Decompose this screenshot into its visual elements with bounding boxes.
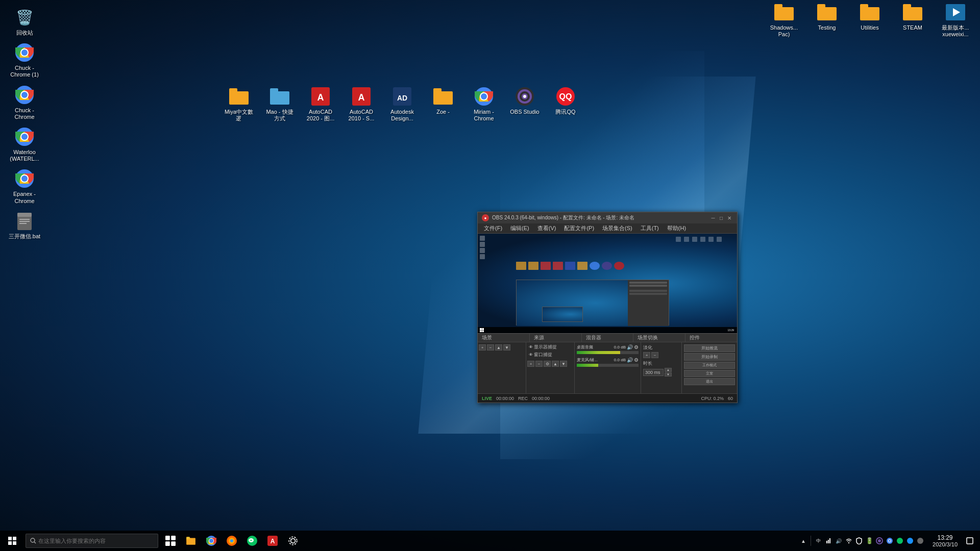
obs-controls-panel-label: 控件 <box>690 334 700 341</box>
tray-icon-6[interactable] <box>886 537 894 545</box>
desktop-icon-miriam-chrome[interactable]: Miriam -Chrome <box>464 84 503 124</box>
obs-scene-add-btn[interactable]: + <box>479 344 486 350</box>
obs-menu-view[interactable]: 查看(V) <box>533 223 560 233</box>
windows-icon-q2 <box>13 537 16 540</box>
taskbar-file-explorer[interactable] <box>181 531 201 551</box>
desktop-icon-waterloo[interactable]: Waterloo(WATERL... <box>5 124 44 164</box>
waterloo-label: Waterloo(WATERL... <box>10 149 39 162</box>
obs-source-window[interactable]: 👁 窗口捕捉 <box>527 351 573 359</box>
desktop-icon-autocad2010[interactable]: A AutoCAD2010 - S... <box>342 84 381 124</box>
obs-scene-panel: + − ▲ ▼ <box>478 342 526 393</box>
obs-inner-slider3 <box>629 290 667 292</box>
system-clock[interactable]: 13:29 2020/3/10 <box>928 531 962 551</box>
obs-close-button[interactable]: ✕ <box>726 214 733 221</box>
obs-minimize-button[interactable]: ─ <box>709 214 717 221</box>
tray-icon-1[interactable] <box>824 537 832 545</box>
obs-source-remove-btn[interactable]: − <box>535 361 543 367</box>
notification-button[interactable] <box>962 531 978 551</box>
taskbar-chrome[interactable] <box>201 531 222 551</box>
desktop-icon-recycle-bin[interactable]: 🗑️ 回收站 <box>5 5 44 38</box>
obs-maximize-button[interactable]: □ <box>718 214 725 221</box>
tray-icon-2[interactable] <box>845 537 853 545</box>
windows-icon-q4 <box>13 541 16 545</box>
tray-volume[interactable]: 🔊 <box>835 537 843 545</box>
obs-mini-icon-2 <box>480 242 485 247</box>
obs-mixer-desktop-mute[interactable]: 🔊 <box>627 344 633 350</box>
obs-menu-scenes[interactable]: 场景集合(S) <box>598 223 636 233</box>
taskbar-search-input[interactable] <box>38 538 140 544</box>
obs-source-display[interactable]: 👁 显示器捕捉 <box>527 343 573 351</box>
tray-icon-8[interactable] <box>906 537 914 545</box>
desktop-icon-miya[interactable]: Miya中文數逻 <box>219 84 258 124</box>
obs-source-add-btn[interactable]: + <box>527 361 534 367</box>
tray-icon-9[interactable] <box>916 537 924 545</box>
obs-scene-down-btn[interactable]: ▼ <box>503 344 510 350</box>
obs-scene-remove-btn[interactable]: − <box>487 344 494 350</box>
desktop-icon-steam[interactable]: STEAM <box>893 0 932 33</box>
obs-mixer-desktop-gear[interactable]: ⚙ <box>634 344 639 350</box>
obs-mixer-mic-value: 0.0 dB <box>614 358 626 362</box>
desktop-icon-chrome-chuck1[interactable]: Chuck -Chrome (1) <box>5 40 44 80</box>
taskbar-settings[interactable] <box>283 531 303 551</box>
obs-studio-btn[interactable]: 立室 <box>684 370 735 377</box>
obs-scene-up-btn[interactable]: ▲ <box>495 344 502 350</box>
taskbar-wechat[interactable] <box>242 531 262 551</box>
obs-mixer-mic-gear[interactable]: ⚙ <box>634 357 639 363</box>
tray-up-arrow[interactable]: ▲ <box>799 537 807 545</box>
obs-source-gear-btn[interactable]: ⚙ <box>544 361 551 367</box>
desktop-icon-testing[interactable]: Testing <box>807 0 846 33</box>
obs-transition-add-btn[interactable]: + <box>643 352 650 358</box>
tray-icon-5[interactable] <box>875 537 884 545</box>
obs-panels-header: 场景 来源 混音器 场景切换 控件 <box>478 333 737 342</box>
desktop-icon-new-video[interactable]: 最新版本...xueweixi... <box>936 0 975 40</box>
desktop-icon-utilities[interactable]: Utilities <box>850 0 889 33</box>
obs-menu-tools[interactable]: 工具(T) <box>636 223 663 233</box>
taskbar-firefox[interactable] <box>222 531 242 551</box>
obs-transition-down-btn[interactable]: ▼ <box>665 372 672 377</box>
desktop-icon-autocad2020[interactable]: A AutoCAD2020 - 图... <box>301 84 340 124</box>
desktop-icon-obs-studio[interactable]: OBS Studio <box>505 84 544 124</box>
taskbar-autocad[interactable]: A <box>262 531 283 551</box>
obs-exit-btn[interactable]: 退出 <box>684 378 735 385</box>
obs-work-mode-btn[interactable]: 工作模式 <box>684 362 735 369</box>
wechat-taskbar-icon <box>247 536 257 546</box>
desktop-icon-screenshots[interactable]: Shadows...Pac) <box>765 0 803 40</box>
obs-menu-profile[interactable]: 配置文件(P) <box>560 223 598 233</box>
obs-menu-help[interactable]: 帮助(H) <box>663 223 690 233</box>
desktop-icon-autodesk[interactable]: AD AutodeskDesign... <box>383 84 422 124</box>
obs-panel-header-source: 来源 <box>530 334 582 342</box>
obs-start-recording-btn[interactable]: 开始录制 <box>684 353 735 361</box>
tray-icon-3[interactable] <box>855 537 863 545</box>
obs-transition-remove-btn[interactable]: − <box>651 352 658 358</box>
tray-icon-7[interactable] <box>896 537 904 545</box>
tray-icon-4[interactable]: 🔋 <box>865 537 873 545</box>
desktop-icon-chrome-chuck2[interactable]: Chuck -Chrome <box>5 83 44 122</box>
svg-rect-14 <box>17 213 32 217</box>
windows-icon <box>8 537 16 545</box>
desktop-icon-qq[interactable]: QQ 腾讯QQ <box>546 84 585 124</box>
obs-transition-duration-input[interactable]: 300 ms <box>643 369 664 376</box>
obs-menu-file[interactable]: 文件(F) <box>480 223 506 233</box>
desktop-icon-bat[interactable]: 三开微信.bat <box>5 209 44 242</box>
start-button[interactable] <box>0 531 24 551</box>
taskbar-task-view[interactable] <box>160 531 181 551</box>
obs-preview-app-2 <box>553 262 563 270</box>
obs-menu-edit[interactable]: 编辑(E) <box>506 223 533 233</box>
obs-transition-up-btn[interactable]: ▲ <box>665 368 672 372</box>
obs-source-up-btn[interactable]: ▲ <box>552 361 559 367</box>
obs-mixer-mic-mute[interactable]: 🔊 <box>627 357 633 363</box>
obs-status-cpu: CPU: 0.2% <box>701 396 724 401</box>
desktop-icon-mao[interactable]: Mao - 快捷方式 <box>260 84 299 124</box>
taskbar-search[interactable] <box>26 534 158 548</box>
desktop-icon-zoe[interactable]: Zoe - <box>424 84 462 124</box>
autocad-taskbar-icon: A <box>267 536 278 546</box>
svg-rect-69 <box>967 538 973 544</box>
svg-point-52 <box>250 540 251 541</box>
obs-source-down-btn[interactable]: ▼ <box>560 361 567 367</box>
recycle-bin-label: 回收站 <box>16 30 33 36</box>
obs-start-streaming-btn[interactable]: 开始推流 <box>684 344 735 352</box>
svg-point-3 <box>21 49 28 56</box>
desktop-icon-epanex[interactable]: Epanex -Chrome <box>5 166 44 206</box>
desktop-icons-middle: Miya中文數逻 Mao - 快捷方式 A AutoCAD2020 - 图...… <box>219 84 585 124</box>
tray-ime-icon[interactable]: 中 <box>814 537 822 545</box>
